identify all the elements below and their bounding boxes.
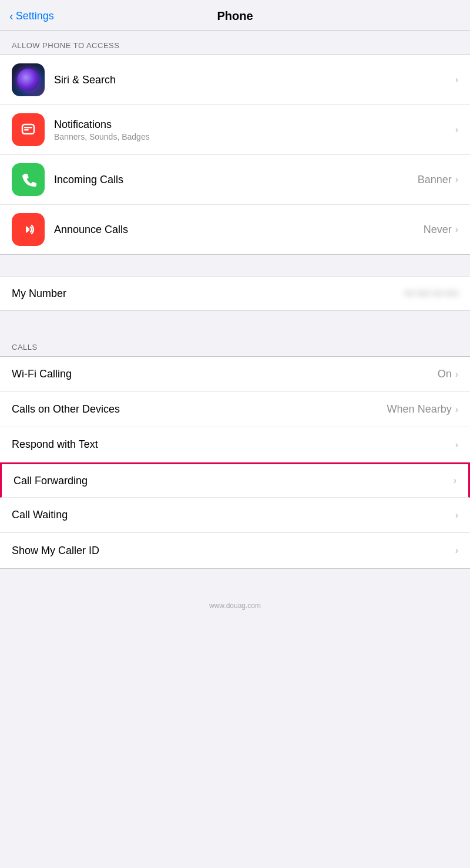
calls-other-devices-chevron-icon: › [455,404,458,415]
header: ‹ Settings Phone [0,0,470,31]
show-caller-id-right: › [455,545,458,556]
spacer-bottom [0,569,470,590]
row-respond-with-text[interactable]: Respond with Text › [0,427,470,462]
incoming-calls-icon [12,163,45,196]
row-incoming-calls[interactable]: Incoming Calls Banner › [0,155,470,205]
svg-marker-3 [26,226,29,233]
section-body-allow-access: Siri & Search › Notifications Banners, S… [0,55,470,255]
incoming-calls-content: Incoming Calls [54,174,418,186]
row-notifications[interactable]: Notifications Banners, Sounds, Badges › [0,105,470,155]
notifications-label: Notifications [54,119,455,131]
spacer-1 [0,255,470,276]
siri-search-right: › [455,75,458,85]
respond-with-text-right: › [455,440,458,450]
notifications-svg [19,120,38,139]
call-waiting-right: › [455,510,458,521]
notifications-content: Notifications Banners, Sounds, Badges [54,119,455,141]
watermark-text: www.douag.com [209,602,261,610]
section-body-calls: Wi-Fi Calling On › Calls on Other Device… [0,356,470,569]
row-call-waiting[interactable]: Call Waiting › [0,498,470,533]
notifications-sublabel: Banners, Sounds, Badges [54,132,455,141]
siri-search-chevron-icon: › [455,75,458,85]
notifications-icon [12,113,45,146]
calls-other-devices-label: Calls on Other Devices [12,403,387,416]
section-header-allow-access: ALLOW PHONE TO ACCESS [0,31,470,55]
calls-other-devices-value: When Nearby [387,403,452,416]
siri-search-content: Siri & Search [54,74,455,86]
my-number-value: ••• •••• ••• •••• [404,288,458,299]
section-calls: CALLS Wi-Fi Calling On › Calls on Other … [0,332,470,569]
page-title: Phone [217,9,253,23]
calls-other-devices-right: When Nearby › [387,403,458,416]
announce-calls-value: Never [424,224,452,236]
notifications-right: › [455,124,458,135]
row-wifi-calling[interactable]: Wi-Fi Calling On › [0,357,470,392]
incoming-calls-value: Banner [418,174,452,186]
announce-calls-chevron-icon: › [455,224,458,235]
wifi-calling-value: On [438,368,452,380]
incoming-calls-right: Banner › [418,174,458,186]
row-announce-calls[interactable]: Announce Calls Never › [0,205,470,254]
row-calls-other-devices[interactable]: Calls on Other Devices When Nearby › [0,392,470,427]
incoming-calls-chevron-icon: › [455,174,458,185]
row-show-caller-id[interactable]: Show My Caller ID › [0,533,470,568]
back-button[interactable]: ‹ Settings [9,9,54,23]
svg-rect-0 [22,124,34,134]
announce-calls-svg [19,220,38,239]
my-number-label: My Number [12,288,404,300]
wifi-calling-right: On › [438,368,458,380]
svg-rect-1 [24,127,32,129]
section-header-calls: CALLS [0,332,470,356]
siri-icon [12,63,45,96]
incoming-calls-svg [19,170,38,189]
row-my-number[interactable]: My Number ••• •••• ••• •••• [0,276,470,311]
svg-rect-2 [24,129,29,131]
call-forwarding-right: › [454,475,456,486]
back-chevron-icon: ‹ [9,9,14,23]
call-waiting-chevron-icon: › [455,510,458,521]
call-forwarding-chevron-icon: › [454,475,456,486]
announce-calls-right: Never › [424,224,458,236]
back-label: Settings [16,10,54,22]
wifi-calling-chevron-icon: › [455,369,458,380]
respond-with-text-label: Respond with Text [12,438,455,451]
call-forwarding-label: Call Forwarding [14,475,454,487]
row-call-forwarding[interactable]: Call Forwarding › [0,462,470,498]
spacer-2 [0,311,470,332]
siri-orb [17,69,39,91]
announce-calls-label: Announce Calls [54,224,424,236]
incoming-calls-label: Incoming Calls [54,174,418,186]
announce-calls-content: Announce Calls [54,224,424,236]
respond-with-text-chevron-icon: › [455,440,458,450]
row-siri-search[interactable]: Siri & Search › [0,55,470,105]
notifications-chevron-icon: › [455,124,458,135]
wifi-calling-label: Wi-Fi Calling [12,368,438,380]
siri-search-label: Siri & Search [54,74,455,86]
call-waiting-label: Call Waiting [12,509,455,521]
show-caller-id-label: Show My Caller ID [12,545,455,557]
show-caller-id-chevron-icon: › [455,545,458,556]
announce-calls-icon [12,213,45,246]
watermark: www.douag.com [0,590,470,622]
section-allow-access: ALLOW PHONE TO ACCESS Siri & Search › [0,31,470,255]
